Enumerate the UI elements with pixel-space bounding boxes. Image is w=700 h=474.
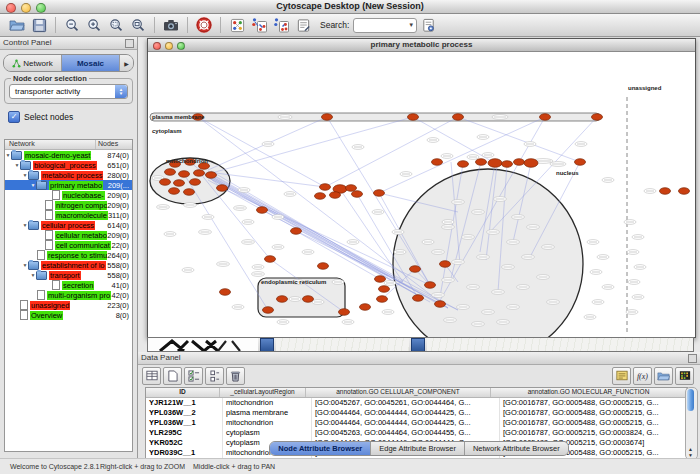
tab-mosaic[interactable]: Mosaic [62, 55, 120, 71]
table-row[interactable]: YJR121W__1mitochondrion[GO:0045267, GO:0… [146, 398, 687, 408]
tree-row[interactable]: cell communicat22(0) [5, 240, 132, 250]
search-text-field[interactable] [357, 20, 407, 31]
network-node[interactable] [453, 114, 464, 121]
network-node[interactable] [540, 114, 551, 121]
tree-row[interactable]: ▼establishment of lo558(0) [5, 260, 132, 270]
table-cell[interactable]: [GO:0044464, GO:0044444, GO:0044425, G..… [312, 418, 500, 428]
zoom-out-icon[interactable] [62, 16, 82, 35]
table-cell[interactable]: [GO:0045267, GO:0045261, GO:0044464, G..… [312, 398, 500, 408]
table-row[interactable]: YLR295Ccytoplasm[GO:0045263, GO:0044464,… [146, 428, 687, 438]
network-node[interactable] [575, 159, 586, 166]
network-node[interactable] [184, 189, 195, 196]
table-cell[interactable]: YPL036W__1 [146, 418, 223, 428]
network-edge[interactable] [296, 231, 380, 279]
network-node[interactable] [346, 185, 357, 192]
network-edge[interactable] [327, 117, 430, 285]
network-node[interactable] [277, 296, 288, 303]
background-window-edge[interactable] [427, 338, 693, 351]
network-node[interactable] [660, 188, 671, 195]
region-plasma-membrane[interactable] [150, 113, 600, 121]
network-node[interactable] [374, 190, 385, 197]
create-view-icon[interactable] [249, 16, 269, 35]
table-column-header[interactable]: ID [146, 388, 220, 397]
network-window-titlebar[interactable]: primary metabolic process [148, 39, 695, 52]
tree-row-label[interactable]: primary metabo [49, 181, 103, 190]
table-cell[interactable]: YLR295C [146, 428, 223, 438]
network-node[interactable] [352, 191, 363, 198]
network-node[interactable] [488, 159, 502, 168]
tree-row[interactable]: ▼primary metabo209(... [5, 180, 132, 190]
network-node[interactable] [432, 159, 443, 166]
network-node[interactable] [410, 266, 421, 273]
network-node[interactable] [194, 170, 205, 177]
network-overview-icon[interactable] [227, 16, 247, 35]
network-node[interactable] [315, 193, 326, 200]
zoom-in-icon[interactable] [84, 16, 104, 35]
tree-row-label[interactable]: cell communicat [55, 241, 111, 250]
network-svg[interactable]: plasma membranecytoplasmmitochondrionnuc… [148, 52, 695, 337]
tree-row-label[interactable]: secretion [62, 281, 94, 290]
table-cell[interactable]: [GO:0016787, GO:0005488, GO:0005215, G..… [500, 418, 687, 428]
table-cell[interactable]: mitochondrion [223, 418, 312, 428]
tree-row-label[interactable]: mosaic-demo-yeast [24, 151, 91, 160]
attribute-matrix-icon[interactable] [675, 367, 694, 385]
attribute-table-header[interactable]: ID_cellularLayoutRegionannotation.GO CEL… [146, 388, 687, 398]
table-cell[interactable]: [GO:0016787, GO:0005488, GO:0005215, G..… [500, 408, 687, 418]
search-dropdown-icon[interactable]: ▼ [408, 22, 414, 28]
tree-row-label[interactable]: metabolic process [41, 171, 103, 180]
network-node[interactable] [440, 261, 451, 268]
network-node[interactable] [679, 188, 690, 195]
network-node[interactable] [524, 159, 538, 168]
tree-row[interactable]: macromolecule311(0) [5, 210, 132, 220]
delete-attribute-icon[interactable] [226, 367, 245, 385]
table-cell[interactable]: cytoplasm [223, 428, 312, 438]
background-windows-strip[interactable] [147, 337, 694, 352]
import-attributes-icon[interactable] [654, 367, 673, 385]
save-session-icon[interactable] [29, 16, 49, 35]
network-node[interactable] [291, 228, 302, 235]
snapshot-camera-icon[interactable] [161, 16, 181, 35]
table-cell[interactable]: [GO:0016787, GO:0005215, GO:0003824, G..… [500, 428, 687, 438]
network-node[interactable] [514, 159, 525, 166]
background-window-edge[interactable] [276, 338, 409, 351]
network-node[interactable] [265, 256, 276, 263]
tree-column-nodes[interactable]: Nodes [96, 140, 132, 149]
annotation-form-icon[interactable] [293, 16, 313, 35]
tree-row-label[interactable]: nitrogen compo [55, 201, 107, 210]
function-builder-icon[interactable]: f(x) [633, 367, 652, 385]
float-panel-icon[interactable] [125, 39, 134, 48]
open-session-icon[interactable] [7, 16, 27, 35]
tree-row-label[interactable]: cellular metabo [55, 231, 107, 240]
tree-row-label[interactable]: unassigned [30, 301, 70, 310]
network-node[interactable] [165, 169, 176, 176]
table-cell[interactable]: mitochondrion [223, 398, 312, 408]
network-node[interactable] [476, 159, 487, 166]
tree-row[interactable]: response to stimul264(0) [5, 250, 132, 260]
network-node[interactable] [174, 180, 185, 187]
tree-row[interactable]: ▼biological_process651(0) [5, 160, 132, 170]
help-lifebuoy-icon[interactable] [194, 16, 214, 35]
background-network-thumbnail[interactable] [148, 338, 258, 351]
unselect-attributes-icon[interactable] [205, 367, 224, 385]
tree-row[interactable]: Overview8(0) [5, 310, 132, 320]
node-color-attribute-select[interactable]: transporter activity ▲▼ [9, 84, 128, 99]
network-node[interactable] [375, 276, 386, 283]
table-cell[interactable]: [GO:0045263, GO:0044464, GO:0044455, G..… [312, 428, 500, 438]
network-node[interactable] [339, 309, 350, 316]
network-node[interactable] [160, 179, 171, 186]
table-column-header[interactable]: annotation.GO MOLECULAR_FUNCTION [491, 388, 687, 397]
table-scrollbar-thumb[interactable] [687, 389, 694, 411]
table-cell[interactable]: plasma membrane [223, 408, 312, 418]
attribute-notes-icon[interactable] [612, 367, 631, 385]
zoom-fit-icon[interactable] [128, 16, 148, 35]
search-config-icon[interactable] [418, 16, 438, 35]
network-node[interactable] [408, 114, 419, 121]
tree-row-label[interactable]: response to stimul [47, 251, 107, 260]
network-node[interactable] [413, 295, 424, 302]
network-edge[interactable] [325, 117, 458, 187]
network-node[interactable] [263, 307, 274, 314]
network-node[interactable] [257, 207, 268, 214]
background-window-icon[interactable] [411, 338, 425, 352]
tree-row[interactable]: cellular metabo209(0) [5, 230, 132, 240]
tab-node-attribute-browser[interactable]: Node Attribute Browser [270, 442, 371, 455]
